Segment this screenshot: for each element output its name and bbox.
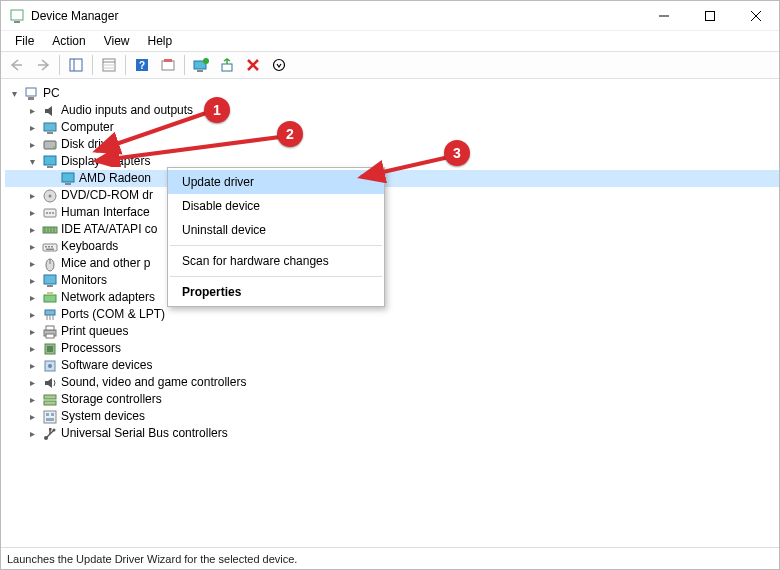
tree-item[interactable]: ▸Storage controllers xyxy=(5,391,779,408)
ctx-disable-device[interactable]: Disable device xyxy=(168,194,384,218)
tree-item-label: Keyboards xyxy=(61,238,118,255)
svg-rect-16 xyxy=(162,61,174,70)
dvd-icon xyxy=(42,188,58,204)
tree-item[interactable]: AMD Radeon xyxy=(5,170,779,187)
ctx-scan-hardware[interactable]: Scan for hardware changes xyxy=(168,249,384,273)
show-hide-tree-button[interactable] xyxy=(64,54,88,76)
network-icon xyxy=(42,290,58,306)
svg-rect-70 xyxy=(51,413,54,416)
tree-item[interactable]: ▾Display adapters xyxy=(5,153,779,170)
menu-action[interactable]: Action xyxy=(44,32,93,50)
tree-item[interactable]: ▸Sound, video and game controllers xyxy=(5,374,779,391)
svg-point-37 xyxy=(49,212,51,214)
svg-rect-55 xyxy=(45,310,55,315)
ctx-update-driver[interactable]: Update driver xyxy=(168,170,384,194)
tree-item-label: Disk drives xyxy=(61,136,120,153)
chevron-right-icon[interactable]: ▸ xyxy=(25,289,39,306)
menu-help[interactable]: Help xyxy=(140,32,181,50)
device-tree[interactable]: ▾PC▸Audio inputs and outputs▸Computer▸Di… xyxy=(1,79,779,547)
tree-item-label: AMD Radeon xyxy=(79,170,151,187)
forward-button[interactable] xyxy=(31,54,55,76)
tree-item[interactable]: ▸Mice and other p xyxy=(5,255,779,272)
chevron-right-icon[interactable]: ▸ xyxy=(25,340,39,357)
tree-item[interactable]: ▸Disk drives xyxy=(5,136,779,153)
tree-item[interactable]: ▸Audio inputs and outputs xyxy=(5,102,779,119)
tree-item-label: Audio inputs and outputs xyxy=(61,102,193,119)
help-button[interactable]: ? xyxy=(130,54,154,76)
svg-rect-48 xyxy=(46,248,54,250)
tree-item[interactable]: ▸Universal Serial Bus controllers xyxy=(5,425,779,442)
svg-rect-68 xyxy=(44,411,56,423)
menu-view[interactable]: View xyxy=(96,32,138,50)
scan-hardware-button[interactable] xyxy=(215,54,239,76)
tree-item-label: IDE ATA/ATAPI co xyxy=(61,221,157,238)
tree-item-label: Processors xyxy=(61,340,121,357)
update-driver-button[interactable] xyxy=(189,54,213,76)
chevron-right-icon[interactable]: ▸ xyxy=(25,306,39,323)
chevron-right-icon[interactable]: ▸ xyxy=(25,374,39,391)
close-button[interactable] xyxy=(733,1,779,31)
svg-rect-30 xyxy=(47,166,53,168)
monitor-icon xyxy=(42,273,58,289)
uninstall-button[interactable] xyxy=(241,54,265,76)
tree-item[interactable]: ▸IDE ATA/ATAPI co xyxy=(5,221,779,238)
chevron-right-icon[interactable]: ▸ xyxy=(25,136,39,153)
svg-point-34 xyxy=(49,194,52,197)
properties-button[interactable] xyxy=(97,54,121,76)
printer-icon xyxy=(42,324,58,340)
tree-item[interactable]: ▸DVD/CD-ROM dr xyxy=(5,187,779,204)
svg-text:?: ? xyxy=(139,60,145,71)
chevron-right-icon[interactable]: ▸ xyxy=(25,187,39,204)
chevron-right-icon[interactable]: ▸ xyxy=(25,425,39,442)
svg-rect-46 xyxy=(48,246,50,248)
tree-item[interactable]: ▸Keyboards xyxy=(5,238,779,255)
chevron-right-icon[interactable]: ▸ xyxy=(25,221,39,238)
tree-item[interactable]: ▾PC xyxy=(5,85,779,102)
maximize-button[interactable] xyxy=(687,1,733,31)
chevron-right-icon[interactable]: ▸ xyxy=(25,408,39,425)
svg-rect-61 xyxy=(46,334,54,338)
chevron-right-icon[interactable]: ▸ xyxy=(25,119,39,136)
window-title: Device Manager xyxy=(31,9,641,23)
chevron-right-icon[interactable]: ▸ xyxy=(25,102,39,119)
svg-rect-69 xyxy=(46,413,49,416)
tree-item[interactable]: ▸Human Interface xyxy=(5,204,779,221)
tree-item[interactable]: ▸Print queues xyxy=(5,323,779,340)
menu-file[interactable]: File xyxy=(7,32,42,50)
svg-rect-0 xyxy=(11,10,23,20)
sound-icon xyxy=(42,375,58,391)
minimize-button[interactable] xyxy=(641,1,687,31)
tree-item-label: Network adapters xyxy=(61,289,155,306)
svg-rect-60 xyxy=(46,326,54,330)
disk-icon xyxy=(42,137,58,153)
tree-item[interactable]: ▸Computer xyxy=(5,119,779,136)
tree-item[interactable]: ▸Software devices xyxy=(5,357,779,374)
chevron-right-icon[interactable]: ▸ xyxy=(25,323,39,340)
svg-rect-51 xyxy=(44,275,56,284)
back-button[interactable] xyxy=(5,54,29,76)
chevron-right-icon[interactable]: ▸ xyxy=(25,357,39,374)
chevron-right-icon[interactable]: ▸ xyxy=(25,255,39,272)
tree-item[interactable]: ▸Ports (COM & LPT) xyxy=(5,306,779,323)
toolbar-separator xyxy=(184,55,185,75)
titlebar: Device Manager xyxy=(1,1,779,31)
chevron-right-icon[interactable]: ▸ xyxy=(25,391,39,408)
svg-rect-45 xyxy=(45,246,47,248)
usb-icon xyxy=(42,426,58,442)
disable-button[interactable] xyxy=(267,54,291,76)
tree-item-label: PC xyxy=(43,85,60,102)
tree-item[interactable]: ▸System devices xyxy=(5,408,779,425)
action-button[interactable] xyxy=(156,54,180,76)
chevron-right-icon[interactable]: ▸ xyxy=(25,238,39,255)
tree-item[interactable]: ▸Monitors xyxy=(5,272,779,289)
tree-item-label: System devices xyxy=(61,408,145,425)
ctx-properties[interactable]: Properties xyxy=(168,280,384,304)
tree-item[interactable]: ▸Processors xyxy=(5,340,779,357)
ctx-uninstall-device[interactable]: Uninstall device xyxy=(168,218,384,242)
tree-item[interactable]: ▸Network adapters xyxy=(5,289,779,306)
chevron-right-icon[interactable]: ▸ xyxy=(25,272,39,289)
chevron-down-icon[interactable]: ▾ xyxy=(7,85,21,102)
svg-rect-32 xyxy=(65,183,71,185)
chevron-right-icon[interactable]: ▸ xyxy=(25,204,39,221)
chevron-down-icon[interactable]: ▾ xyxy=(25,153,39,170)
